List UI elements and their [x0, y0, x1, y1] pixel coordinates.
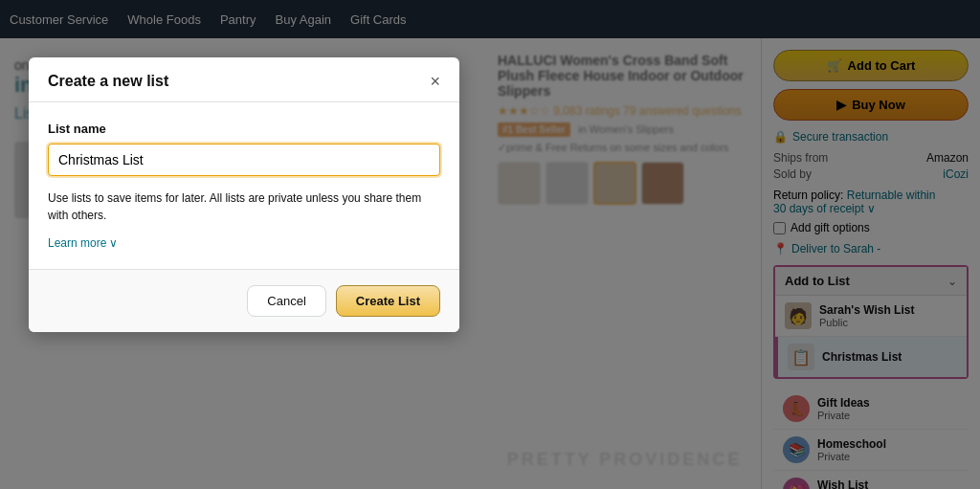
modal: Create a new list × List name Use lists …: [29, 57, 459, 332]
modal-title: Create a new list: [48, 73, 168, 90]
cancel-button[interactable]: Cancel: [247, 285, 325, 317]
modal-footer: Cancel Create List: [29, 269, 459, 332]
learn-more-chevron: ∨: [109, 236, 118, 250]
modal-header: Create a new list ×: [29, 57, 459, 102]
form-label: List name: [48, 122, 440, 136]
create-list-button[interactable]: Create List: [336, 285, 440, 317]
modal-close-button[interactable]: ×: [430, 73, 440, 90]
list-name-input[interactable]: [48, 144, 440, 176]
modal-body: List name Use lists to save items for la…: [29, 102, 459, 269]
helper-text: Use lists to save items for later. All l…: [48, 189, 440, 224]
modal-overlay: Create a new list × List name Use lists …: [0, 0, 980, 489]
learn-more-label: Learn more: [48, 236, 106, 250]
learn-more-link[interactable]: Learn more ∨: [48, 236, 118, 250]
